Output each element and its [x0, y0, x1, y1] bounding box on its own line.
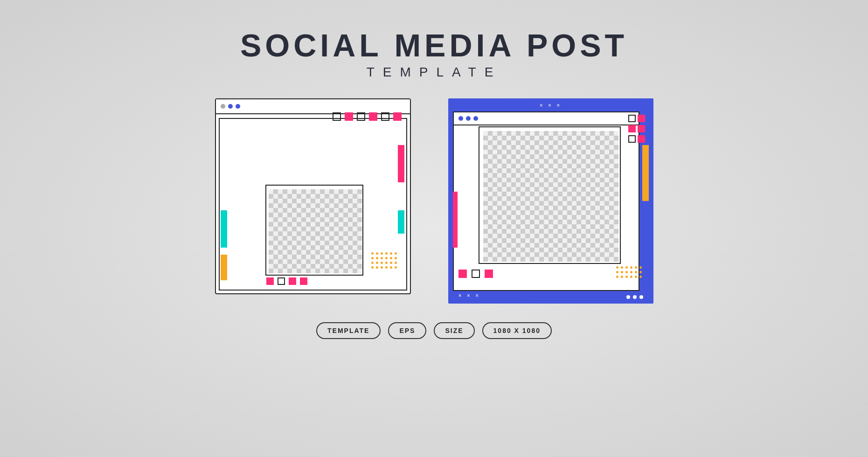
t2-d16	[630, 276, 632, 278]
t2-d13	[616, 276, 618, 278]
d16	[385, 262, 388, 264]
t2-sq-outline1	[628, 115, 636, 122]
d24	[395, 266, 397, 269]
d22	[385, 266, 388, 269]
t2-d14	[621, 276, 623, 278]
d9	[381, 257, 383, 259]
t1-bottom-squares	[266, 277, 307, 285]
t2-bottom-squares	[458, 270, 493, 278]
t1-pink-bar	[398, 145, 404, 182]
t1-bs-pink3	[300, 277, 307, 285]
t1-sq-pink3	[393, 112, 402, 121]
t1-orange-bar-left	[221, 255, 227, 280]
t2-sq-pink3	[638, 125, 645, 132]
t2-dot3	[473, 116, 478, 121]
tag-template: TEMPLATE	[316, 322, 381, 339]
template1: ×××××	[215, 98, 411, 294]
t2-sq-outline2	[628, 135, 636, 143]
d17	[390, 262, 392, 264]
d8	[376, 257, 378, 259]
d6	[395, 252, 397, 255]
t2-d11	[635, 271, 637, 273]
templates-row: ×××××	[215, 98, 653, 304]
t1-sq-outline1	[333, 112, 341, 121]
t1-sq-outline2	[357, 112, 365, 121]
d15	[381, 262, 383, 264]
d13	[371, 262, 374, 264]
t1-dot3	[236, 104, 240, 109]
header: SOCIAL MEDIA POST TEMPLATE	[240, 28, 628, 80]
d20	[376, 266, 378, 269]
t2-d8	[621, 271, 623, 273]
tag-eps: EPS	[388, 322, 426, 339]
t2-three-dots	[626, 295, 643, 299]
t2-d7	[616, 271, 618, 273]
t2-d9	[625, 271, 628, 273]
t1-cyan-bar	[221, 210, 227, 248]
t2-white-dot3	[639, 295, 643, 299]
t2-bs-pink1	[458, 270, 467, 278]
t2-d5	[635, 266, 637, 269]
d11	[390, 257, 392, 259]
t2-browser-bar	[454, 112, 639, 125]
t1-top-squares	[333, 112, 402, 121]
tag-dimensions: 1080 X 1080	[482, 322, 552, 339]
t2-d15	[625, 276, 628, 278]
t2-d3	[625, 266, 628, 269]
t1-dots-grid	[371, 252, 397, 269]
t1-sq-outline3	[381, 112, 389, 121]
t2-orange-bar	[642, 145, 649, 201]
t1-checker	[269, 189, 362, 273]
t2-bs-outline1	[472, 270, 480, 278]
t1-dot1	[221, 104, 225, 109]
t2-xxx-bottom: × × ×	[458, 292, 481, 299]
t2-d18	[639, 276, 642, 278]
t1-teal-bar	[398, 210, 404, 234]
d2	[376, 252, 378, 255]
t2-white-dot1	[626, 295, 630, 299]
t2-sq-pink2	[628, 125, 636, 132]
t2-d6	[639, 266, 642, 269]
d19	[371, 266, 374, 269]
d10	[385, 257, 388, 259]
t1-photo-placeholder	[269, 189, 362, 273]
t1-xxx-bottom: × × ×	[229, 277, 249, 284]
t2-dots-grid	[616, 266, 642, 278]
d14	[376, 262, 378, 264]
t2-d12	[639, 271, 642, 273]
tag-size: SIZE	[434, 322, 474, 339]
d7	[371, 257, 374, 259]
d12	[395, 257, 397, 259]
t2-d17	[635, 276, 637, 278]
d3	[381, 252, 383, 255]
t2-top-right-squares	[628, 115, 645, 143]
t2-d10	[630, 271, 632, 273]
t2-bs-pink2	[485, 270, 493, 278]
footer-tags: TEMPLATE EPS SIZE 1080 X 1080	[316, 322, 552, 339]
d5	[390, 252, 392, 255]
d23	[390, 266, 392, 269]
t2-dot1	[458, 116, 463, 121]
t2-pink-bar	[453, 192, 458, 248]
t1-sq-pink1	[345, 112, 353, 121]
d1	[371, 252, 374, 255]
t1-sq-pink2	[369, 112, 377, 121]
t1-bs-pink1	[266, 277, 274, 285]
t1-crosses: ×××××	[228, 136, 241, 176]
t2-sq-pink1	[638, 115, 645, 122]
t2-d2	[621, 266, 623, 269]
t1-bs-outline1	[278, 277, 285, 285]
d18	[395, 262, 397, 264]
t2-d4	[630, 266, 632, 269]
d4	[385, 252, 388, 255]
t1-bs-pink2	[289, 277, 296, 285]
t2-sq-pink4	[638, 135, 645, 143]
t2-photo-placeholder	[483, 131, 618, 262]
t2-dot2	[466, 116, 471, 121]
sub-title: TEMPLATE	[240, 65, 628, 80]
d21	[381, 266, 383, 269]
template2: × × ×	[448, 98, 653, 304]
t2-d1	[616, 266, 618, 269]
t2-white-dot2	[633, 295, 637, 299]
t2-xxx-top: × × ×	[540, 102, 562, 109]
